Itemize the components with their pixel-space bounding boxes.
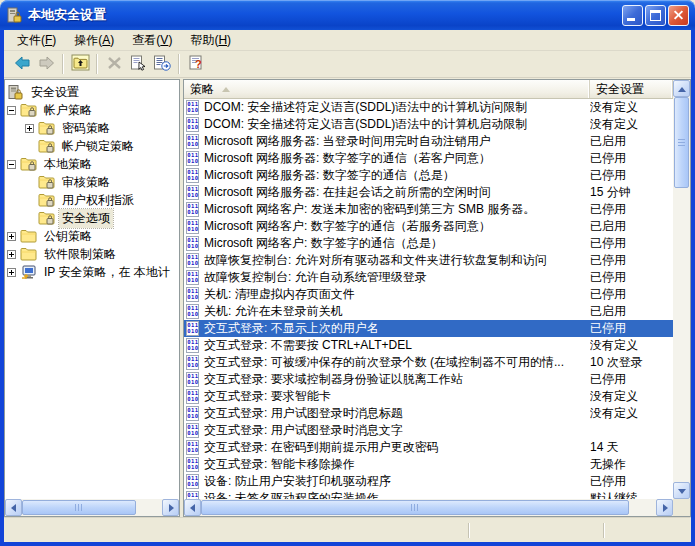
policy-row[interactable]: 011010交互式登录: 不显示上次的用户名已停用: [184, 320, 673, 337]
toolbar: ?: [4, 51, 691, 78]
policy-binary-icon: 011010: [186, 321, 199, 336]
help-button[interactable]: ?: [184, 53, 208, 75]
folder-icon: [20, 229, 37, 244]
menu-action[interactable]: 操作(A): [65, 30, 123, 51]
svg-text:010: 010: [187, 328, 199, 334]
toolbar-separator: [62, 54, 64, 74]
policy-name: 设备: 未签名驱动程序的安装操作: [204, 490, 590, 499]
delete-button[interactable]: [102, 53, 126, 75]
close-button[interactable]: [668, 5, 689, 26]
collapse-minus-icon[interactable]: [7, 106, 16, 115]
scroll-right-button[interactable]: [162, 499, 179, 516]
list-horizontal-scrollbar[interactable]: [184, 499, 673, 516]
tree-item-审核策略[interactable]: 审核策略: [5, 173, 179, 191]
menu-help[interactable]: 帮助(H): [181, 30, 240, 51]
policy-binary-icon: 011010: [186, 219, 199, 234]
tree-item-帐户策略[interactable]: 帐户策略: [5, 101, 179, 119]
policy-row[interactable]: 011010Microsoft 网络服务器: 在挂起会话之前所需的空闲时间15 …: [184, 184, 673, 201]
folder-lock-icon: [38, 139, 55, 154]
svg-text:010: 010: [187, 430, 199, 436]
scroll-down-button[interactable]: [673, 482, 690, 499]
up-one-level-button[interactable]: [68, 53, 92, 75]
policy-row[interactable]: 011010交互式登录: 在密码到期前提示用户更改密码14 天: [184, 439, 673, 456]
policy-row[interactable]: 011010故障恢复控制台: 允许对所有驱动器和文件夹进行软盘复制和访问已停用: [184, 252, 673, 269]
scroll-left-button[interactable]: [184, 499, 201, 516]
tree-item-密码策略[interactable]: 密码策略: [5, 119, 179, 137]
security-setting-value: 14 天: [590, 439, 673, 456]
svg-text:011: 011: [187, 152, 199, 158]
scroll-thumb[interactable]: [201, 500, 629, 515]
policy-row[interactable]: 011010交互式登录: 可被缓冲保存的前次登录个数 (在域控制器不可用的情..…: [184, 354, 673, 371]
policy-row[interactable]: 011010Microsoft 网络服务器: 数字签字的通信（若客户同意）已停用: [184, 150, 673, 167]
tree-item-label: 公钥策略: [41, 227, 95, 246]
policy-row[interactable]: 011010设备: 未签名驱动程序的安装操作默认继续: [184, 490, 673, 499]
policy-row[interactable]: 011010交互式登录: 用户试图登录时消息文字: [184, 422, 673, 439]
scroll-track[interactable]: [629, 499, 656, 516]
svg-text:011: 011: [187, 135, 199, 141]
policy-row[interactable]: 011010Microsoft 网络服务器: 当登录时间用完时自动注销用户已启用: [184, 133, 673, 150]
expand-plus-icon[interactable]: [7, 232, 16, 241]
policy-row[interactable]: 011010DCOM: 安全描述符定义语言(SDDL)语法中的计算机访问限制没有…: [184, 99, 673, 116]
forward-button[interactable]: [34, 53, 58, 75]
policy-row[interactable]: 011010交互式登录: 要求智能卡没有定义: [184, 388, 673, 405]
column-header-policy[interactable]: 策略: [184, 80, 590, 98]
expand-plus-icon[interactable]: [25, 124, 34, 133]
tree-item-帐户锁定策略[interactable]: 帐户锁定策略: [5, 137, 179, 155]
export-list-button[interactable]: [150, 53, 174, 75]
policy-name: DCOM: 安全描述符定义语言(SDDL)语法中的计算机访问限制: [204, 99, 590, 116]
svg-text:011: 011: [187, 339, 199, 345]
policy-row[interactable]: 011010Microsoft 网络客户: 数字签字的通信（若服务器同意）已启用: [184, 218, 673, 235]
column-header-setting[interactable]: 安全设置: [590, 80, 673, 98]
tree-item-用户权利指派[interactable]: 用户权利指派: [5, 191, 179, 209]
scroll-thumb[interactable]: [674, 97, 689, 188]
svg-text:010: 010: [187, 464, 199, 470]
scroll-thumb[interactable]: [22, 500, 136, 515]
policy-row[interactable]: 011010交互式登录: 用户试图登录时消息标题没有定义: [184, 405, 673, 422]
policy-name: Microsoft 网络服务器: 数字签字的通信（总是）: [204, 167, 590, 184]
collapse-minus-icon[interactable]: [7, 160, 16, 169]
policy-row[interactable]: 011010交互式登录: 要求域控制器身份验证以脱离工作站已停用: [184, 371, 673, 388]
scroll-track[interactable]: [673, 188, 690, 482]
list-vertical-scrollbar[interactable]: [673, 80, 690, 499]
title-bar[interactable]: 本地安全设置: [0, 0, 695, 30]
tree-item-安全选项[interactable]: 安全选项: [5, 209, 179, 227]
policy-row[interactable]: 011010DCOM: 安全描述符定义语言(SDDL)语法中的计算机启动限制没有…: [184, 116, 673, 133]
policy-name: 交互式登录: 不显示上次的用户名: [204, 320, 590, 337]
maximize-button[interactable]: [645, 5, 666, 26]
minimize-button[interactable]: [622, 5, 643, 26]
policy-row[interactable]: 011010故障恢复控制台: 允许自动系统管理级登录已停用: [184, 269, 673, 286]
policy-row[interactable]: 011010设备: 防止用户安装打印机驱动程序已停用: [184, 473, 673, 490]
policy-row[interactable]: 011010交互式登录: 不需要按 CTRL+ALT+DEL没有定义: [184, 337, 673, 354]
svg-text:010: 010: [187, 226, 199, 232]
tree-item-公钥策略[interactable]: 公钥策略: [5, 227, 179, 245]
scroll-up-button[interactable]: [673, 80, 690, 97]
tree-item-IP 安全策略，在 本地计[interactable]: IP 安全策略，在 本地计: [5, 263, 179, 281]
svg-text:010: 010: [187, 345, 199, 351]
scroll-track[interactable]: [136, 499, 162, 516]
policy-binary-icon: 011010: [186, 440, 199, 455]
policy-row[interactable]: 011010交互式登录: 智能卡移除操作无操作: [184, 456, 673, 473]
policy-row[interactable]: 011010Microsoft 网络客户: 发送未加密的密码到第三方 SMB 服…: [184, 201, 673, 218]
policy-binary-icon: 011010: [186, 253, 199, 268]
back-button[interactable]: [10, 53, 34, 75]
folder-lock-icon: [38, 193, 55, 208]
scroll-right-button[interactable]: [656, 499, 673, 516]
policy-row[interactable]: 011010关机: 清理虚拟内存页面文件已停用: [184, 286, 673, 303]
tree-item-安全设置[interactable]: 安全设置: [5, 83, 179, 101]
policy-name: 交互式登录: 可被缓冲保存的前次登录个数 (在域控制器不可用的情...: [204, 354, 590, 371]
properties-button[interactable]: [126, 53, 150, 75]
svg-text:011: 011: [187, 169, 199, 175]
scroll-left-button[interactable]: [5, 499, 22, 516]
tree-horizontal-scrollbar[interactable]: [5, 499, 179, 516]
expand-plus-icon[interactable]: [7, 250, 16, 259]
menu-file[interactable]: 文件(F): [8, 30, 65, 51]
policy-row[interactable]: 011010Microsoft 网络服务器: 数字签字的通信（总是）已停用: [184, 167, 673, 184]
menu-view[interactable]: 查看(V): [123, 30, 181, 51]
expand-plus-icon[interactable]: [7, 268, 16, 277]
tree-item-本地策略[interactable]: 本地策略: [5, 155, 179, 173]
svg-text:010: 010: [187, 396, 199, 402]
policy-row[interactable]: 011010关机: 允许在未登录前关机已启用: [184, 303, 673, 320]
policy-name: Microsoft 网络客户: 数字签字的通信（总是）: [204, 235, 590, 252]
tree-item-软件限制策略[interactable]: 软件限制策略: [5, 245, 179, 263]
policy-row[interactable]: 011010Microsoft 网络客户: 数字签字的通信（总是）已停用: [184, 235, 673, 252]
